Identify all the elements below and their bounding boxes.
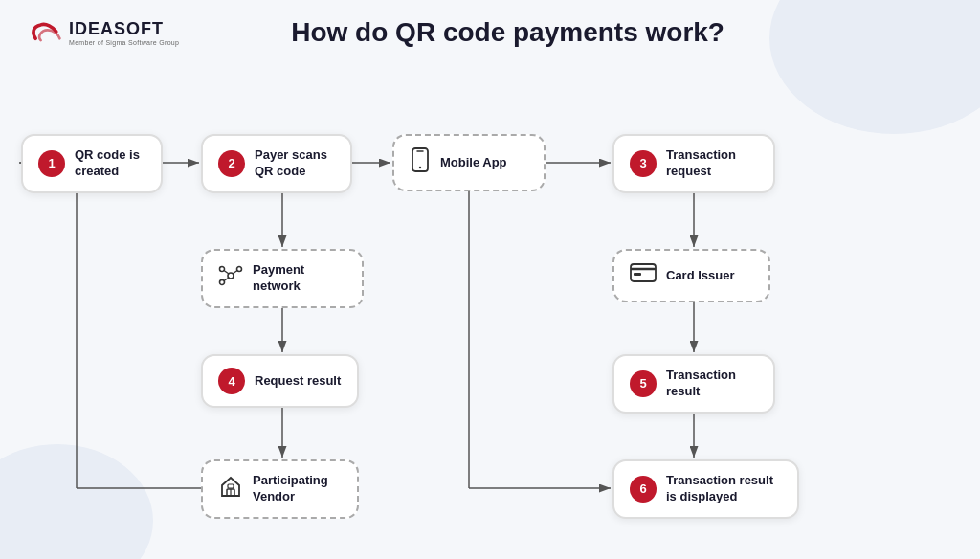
node-participating-vendor: Participating Vendor bbox=[201, 459, 359, 519]
node-label-payment: Payment network bbox=[253, 262, 346, 295]
svg-line-23 bbox=[233, 270, 237, 274]
svg-point-19 bbox=[220, 266, 225, 271]
card-icon bbox=[630, 262, 657, 289]
step-badge-5: 5 bbox=[630, 370, 657, 397]
node-payment-network: Payment network bbox=[201, 249, 364, 308]
step-badge-6: 6 bbox=[630, 476, 657, 503]
page: IDEASOFT Member of Sigma Software Group … bbox=[0, 0, 980, 559]
node-label-6: Transaction result is displayed bbox=[666, 473, 782, 505]
logo-icon bbox=[29, 19, 63, 46]
svg-rect-25 bbox=[631, 264, 656, 281]
page-title: How do QR code payments work? bbox=[179, 17, 951, 48]
svg-point-20 bbox=[237, 266, 242, 271]
node-label-vendor: Participating Vendor bbox=[253, 473, 342, 505]
node-transaction-request: 3 Transaction request bbox=[612, 134, 775, 193]
node-label-mobile: Mobile App bbox=[440, 155, 507, 171]
svg-line-22 bbox=[224, 270, 229, 274]
svg-point-21 bbox=[220, 280, 225, 284]
node-card-issuer: Card Issuer bbox=[612, 249, 770, 302]
diagram: 1 QR code is created 2 Payer scans QR co… bbox=[0, 86, 980, 546]
node-label-3: Transaction request bbox=[666, 147, 758, 180]
step-badge-1: 1 bbox=[38, 150, 65, 177]
node-mobile-app: Mobile App bbox=[392, 134, 546, 191]
svg-point-16 bbox=[419, 167, 421, 168]
logo-name: IDEASOFT bbox=[69, 19, 179, 39]
node-qr-created: 1 QR code is created bbox=[21, 134, 163, 193]
network-icon bbox=[218, 263, 243, 294]
vendor-icon bbox=[218, 474, 243, 504]
step-badge-2: 2 bbox=[218, 150, 245, 177]
logo-text-block: IDEASOFT Member of Sigma Software Group bbox=[69, 19, 179, 46]
node-request-result: 4 Request result bbox=[201, 354, 359, 408]
node-label-card: Card Issuer bbox=[666, 268, 735, 284]
node-label-1: QR code is created bbox=[75, 147, 145, 180]
svg-line-24 bbox=[224, 278, 229, 281]
header: IDEASOFT Member of Sigma Software Group … bbox=[0, 0, 980, 48]
node-label-5: Transaction result bbox=[666, 368, 758, 400]
node-transaction-displayed: 6 Transaction result is displayed bbox=[612, 459, 799, 519]
step-badge-4: 4 bbox=[218, 368, 245, 394]
phone-icon bbox=[410, 147, 431, 178]
logo: IDEASOFT Member of Sigma Software Group bbox=[29, 19, 179, 46]
svg-rect-27 bbox=[634, 273, 641, 276]
svg-rect-30 bbox=[228, 484, 234, 488]
step-badge-3: 3 bbox=[630, 150, 657, 177]
node-transaction-result: 5 Transaction result bbox=[612, 354, 775, 414]
node-label-4: Request result bbox=[255, 373, 341, 390]
node-label-2: Payer scans QR code bbox=[255, 147, 335, 180]
node-payer-scans: 2 Payer scans QR code bbox=[201, 134, 352, 193]
logo-sub: Member of Sigma Software Group bbox=[69, 39, 179, 46]
